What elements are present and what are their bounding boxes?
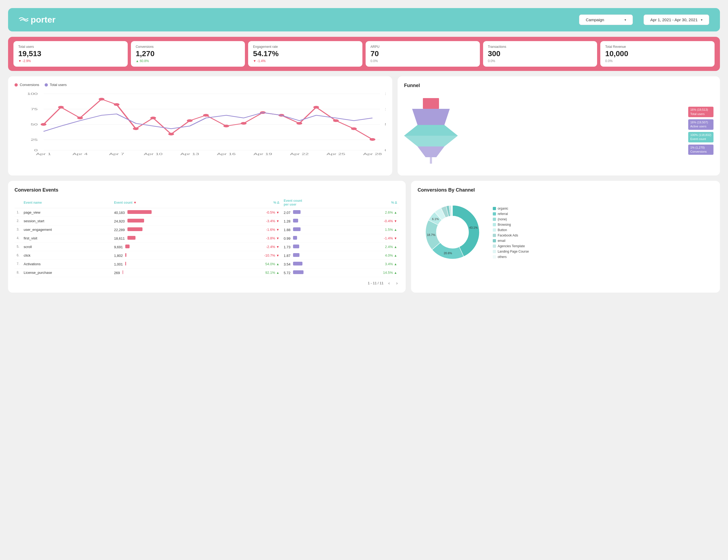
- kpi-value: 1,270: [136, 50, 240, 58]
- event-name: first_visit: [22, 234, 112, 243]
- event-count: 24,920: [112, 217, 227, 225]
- row-num: 6.: [15, 251, 22, 260]
- legend-color: [493, 223, 496, 226]
- epu: 2.07: [281, 208, 348, 217]
- count-bar: [127, 227, 142, 231]
- logo: porter: [19, 15, 55, 25]
- legend-color: [493, 218, 496, 221]
- donut-container: 43.1%20.6%18.7%6.1% organic referral (no…: [417, 197, 713, 268]
- legend-color: [493, 245, 496, 248]
- svg-marker-47: [417, 147, 444, 157]
- pct-change2: 1.5% ▲: [348, 225, 399, 234]
- svg-text:Apr 16: Apr 16: [217, 152, 236, 156]
- kpi-change: ▲ 60.8%: [136, 59, 240, 63]
- legend-item: Total users: [45, 83, 67, 87]
- pct-change2: -0.4% ▼: [348, 217, 399, 225]
- donut-label: 43.1%: [469, 226, 478, 229]
- svg-point-30: [150, 117, 156, 119]
- event-count: 269: [112, 268, 227, 277]
- event-name: user_engagement: [22, 225, 112, 234]
- funnel-panel: Funnel 16% (19,513) Total: [398, 76, 720, 176]
- svg-point-29: [133, 127, 139, 130]
- svg-point-40: [333, 119, 339, 122]
- prev-page-button[interactable]: ‹: [387, 280, 391, 286]
- svg-rect-43: [423, 98, 439, 109]
- epu: 0.99: [281, 234, 348, 243]
- svg-marker-46: [404, 136, 458, 147]
- kpi-card: Conversions 1,270 ▲ 60.8%: [131, 41, 245, 67]
- row-num: 7.: [15, 260, 22, 268]
- svg-text:1.5K: 1.5K: [385, 92, 386, 95]
- epu-bar: [293, 210, 301, 214]
- kpi-value: 54.17%: [253, 50, 358, 58]
- row-num: 8.: [15, 268, 22, 277]
- count-bar: [123, 270, 123, 274]
- donut-label: 18.7%: [427, 233, 435, 237]
- legend-label: others: [498, 255, 506, 259]
- svg-point-28: [114, 103, 120, 106]
- table-row: 4. first_visit 18,611 -3.8% ▼ 0.99 -1.4%…: [15, 234, 399, 243]
- legend-item: Conversions: [15, 83, 39, 87]
- legend-item: organic: [493, 207, 529, 211]
- legend-dot: [15, 83, 18, 87]
- kpi-strip: Total users 19,513 ▼ -2.9% Conversions 1…: [8, 37, 720, 71]
- kpi-label: Total Revenue: [605, 45, 710, 49]
- svg-point-27: [99, 98, 105, 101]
- funnel-label-item: 16% (19,513) Total users: [688, 107, 713, 117]
- legend-item: Landing Page Course: [493, 250, 529, 254]
- conversion-events-panel: Conversion Events Event name Event count…: [8, 181, 406, 292]
- col-change1: % Δ: [227, 197, 281, 208]
- svg-text:50: 50: [31, 123, 38, 126]
- legend-label: organic: [498, 207, 508, 211]
- kpi-value: 19,513: [18, 50, 123, 58]
- pagination-label: 1 - 11 / 11: [368, 281, 384, 285]
- legend-label: Button: [498, 228, 507, 232]
- col-event-name[interactable]: Event name: [22, 197, 112, 208]
- svg-text:Apr 13: Apr 13: [180, 152, 199, 156]
- count-bar: [125, 262, 126, 266]
- event-name: session_start: [22, 217, 112, 225]
- event-count: 18,611: [112, 234, 227, 243]
- next-page-button[interactable]: ›: [395, 280, 399, 286]
- count-bar: [125, 245, 130, 248]
- pct-change2: 3.4% ▲: [348, 260, 399, 268]
- pct-change1: 92.1% ▲: [227, 268, 281, 277]
- epu-bar: [293, 253, 299, 257]
- chevron-down-icon: ▾: [701, 18, 702, 22]
- date-range-dropdown[interactable]: Apr 1, 2021 - Apr 30, 2021 ▾: [644, 15, 709, 25]
- legend-label: referral: [498, 212, 508, 216]
- legend-color: [493, 207, 496, 210]
- svg-text:Apr 4: Apr 4: [73, 152, 88, 156]
- epu-bar: [293, 245, 299, 248]
- epu: 5.72: [281, 268, 348, 277]
- svg-text:25: 25: [31, 138, 38, 141]
- legend-item: Button: [493, 228, 529, 232]
- donut-label: 6.1%: [432, 218, 439, 221]
- svg-text:0: 0: [385, 149, 386, 152]
- kpi-change: ▼ -1.4%: [253, 59, 358, 63]
- legend-label: Browsing: [498, 223, 511, 227]
- pagination: 1 - 11 / 11 ‹ ›: [15, 280, 399, 286]
- col-event-count[interactable]: Event count ▼: [112, 197, 227, 208]
- svg-point-24: [41, 123, 47, 126]
- donut-legend: organic referral (none) Browsing Button …: [493, 207, 529, 259]
- event-name: Activations: [22, 260, 112, 268]
- kpi-change: 0.0%: [488, 59, 593, 63]
- legend-color: [493, 234, 496, 237]
- kpi-label: Engagement rate: [253, 45, 358, 49]
- campaign-dropdown[interactable]: Campaign ▾: [579, 15, 633, 25]
- svg-point-35: [241, 122, 247, 125]
- chart-legend: Conversions Total users: [15, 83, 386, 87]
- pct-change1: -2.4% ▼: [227, 243, 281, 251]
- svg-text:75: 75: [31, 108, 38, 111]
- pct-change2: -1.4% ▼: [348, 234, 399, 243]
- svg-text:Apr 10: Apr 10: [144, 152, 163, 156]
- svg-text:1K: 1K: [385, 108, 386, 111]
- donut-segment: [452, 205, 452, 216]
- kpi-card: Total users 19,513 ▼ -2.9%: [13, 41, 128, 67]
- kpi-label: Transactions: [488, 45, 593, 49]
- svg-point-26: [77, 117, 83, 119]
- legend-item: referral: [493, 212, 529, 216]
- funnel-container: 16% (19,513) Total users16% (19,507) Act…: [404, 93, 713, 169]
- donut-label: 20.6%: [444, 252, 452, 255]
